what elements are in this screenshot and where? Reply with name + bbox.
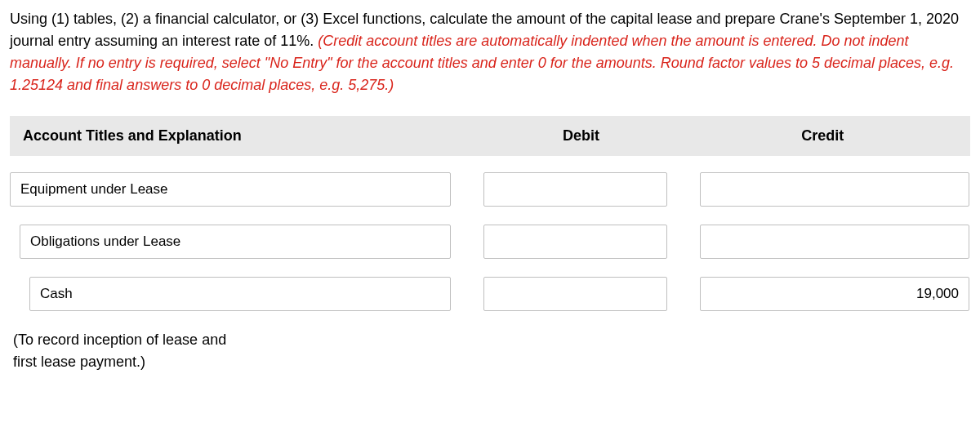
credit-input[interactable] xyxy=(700,277,969,311)
explanation-note: (To record inception of lease and first … xyxy=(10,329,238,373)
table-row xyxy=(10,172,970,207)
account-title-input[interactable] xyxy=(10,172,451,207)
header-credit: Credit xyxy=(688,127,957,145)
debit-input[interactable] xyxy=(483,172,667,207)
table-row xyxy=(10,225,970,259)
credit-input[interactable] xyxy=(700,172,969,207)
account-title-input[interactable] xyxy=(29,277,451,311)
table-row xyxy=(10,277,970,311)
credit-input[interactable] xyxy=(700,225,969,259)
header-account: Account Titles and Explanation xyxy=(23,127,474,145)
header-debit: Debit xyxy=(474,127,688,145)
debit-input[interactable] xyxy=(483,277,667,311)
table-header-row: Account Titles and Explanation Debit Cre… xyxy=(10,116,970,156)
debit-input[interactable] xyxy=(483,225,667,259)
instruction-text: Using (1) tables, (2) a financial calcul… xyxy=(10,8,970,96)
account-title-input[interactable] xyxy=(20,225,451,259)
